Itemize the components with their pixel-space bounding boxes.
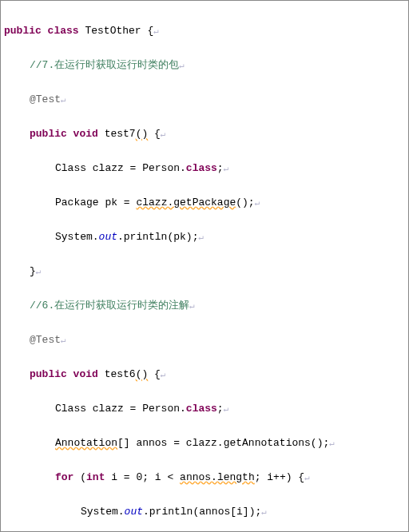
crlf-icon: ↵ <box>153 26 159 36</box>
code-line: Class clazz = Person.class;↵ <box>4 160 405 177</box>
crlf-icon: ↵ <box>224 404 229 414</box>
keyword: int <box>86 471 111 483</box>
keyword: public class <box>4 25 85 37</box>
paren: () <box>136 368 149 380</box>
crlf-icon: ↵ <box>329 439 335 448</box>
brace: { <box>148 128 161 140</box>
crlf-icon: ↵ <box>304 473 310 482</box>
code-editor: public class TestOther {↵ //7.在运行时获取运行时类… <box>0 0 409 532</box>
comment: //7.在运行时获取运行时类的包 <box>30 59 179 71</box>
code-line: //7.在运行时获取运行时类的包↵ <box>4 57 405 74</box>
code: .println(pk); <box>117 231 198 243</box>
method-name: test6 <box>105 368 136 380</box>
keyword: class <box>186 162 217 174</box>
code-line: }↵ <box>4 263 405 280</box>
code: System. <box>55 231 99 243</box>
brace: { <box>148 368 161 380</box>
crlf-icon: ↵ <box>189 301 195 311</box>
type: Annotation <box>55 437 117 449</box>
static-field: out <box>99 231 117 243</box>
code: ; i++) { <box>255 471 304 483</box>
static-field: out <box>125 506 143 518</box>
brace: } <box>30 265 36 277</box>
field: annos.length <box>180 471 255 483</box>
code: i = 0; i < <box>111 471 180 483</box>
crlf-icon: ↵ <box>61 335 66 345</box>
code-line: Annotation[] annos = clazz.getAnnotation… <box>4 435 405 452</box>
code: ( <box>80 471 86 483</box>
method-name: test7 <box>105 128 136 140</box>
code-line: public void test7() {↵ <box>4 125 405 143</box>
code: Package pk = <box>55 197 136 208</box>
crlf-icon: ↵ <box>255 198 260 208</box>
code-line: System.out.println(pk);↵ <box>4 228 405 246</box>
code: [] annos = clazz.getAnnotations(); <box>117 437 329 449</box>
code: ; <box>217 403 224 415</box>
code-line: Package pk = clazz.getPackage();↵ <box>4 194 405 212</box>
crlf-icon: ↵ <box>198 232 204 242</box>
code-line: public void test6() {↵ <box>4 366 405 383</box>
crlf-icon: ↵ <box>161 129 166 139</box>
keyword: public void <box>30 128 105 140</box>
annotation: @Test <box>30 334 61 346</box>
code: ; <box>217 162 224 174</box>
code: .println(annos[i]); <box>143 506 261 518</box>
annotation: @Test <box>30 93 61 105</box>
crlf-icon: ↵ <box>36 267 42 276</box>
paren: () <box>136 128 149 140</box>
code: Class clazz = Person. <box>55 162 186 174</box>
comment: //6.在运行时获取运行时类的注解 <box>30 300 189 312</box>
class-decl: TestOther { <box>85 25 153 37</box>
keyword: class <box>186 403 217 415</box>
crlf-icon: ↵ <box>224 164 229 173</box>
crlf-icon: ↵ <box>161 370 166 379</box>
call: clazz.getPackage <box>136 197 236 208</box>
code-line: @Test↵ <box>4 332 405 349</box>
code: (); <box>236 197 254 208</box>
crlf-icon: ↵ <box>261 507 267 517</box>
code-line: public class TestOther {↵ <box>4 22 405 40</box>
code-line: for (int i = 0; i < annos.length; i++) {… <box>4 469 405 486</box>
code: Class clazz = Person. <box>55 403 186 415</box>
code-line: //6.在运行时获取运行时类的注解↵ <box>4 297 405 315</box>
code-line: System.out.println(annos[i]);↵ <box>4 503 405 521</box>
code: System. <box>81 506 125 518</box>
keyword: for <box>55 471 80 483</box>
crlf-icon: ↵ <box>61 95 66 105</box>
code-line: Class clazz = Person.class;↵ <box>4 400 405 418</box>
crlf-icon: ↵ <box>179 61 185 70</box>
keyword: public void <box>30 368 105 380</box>
code-line: @Test↵ <box>4 91 405 109</box>
